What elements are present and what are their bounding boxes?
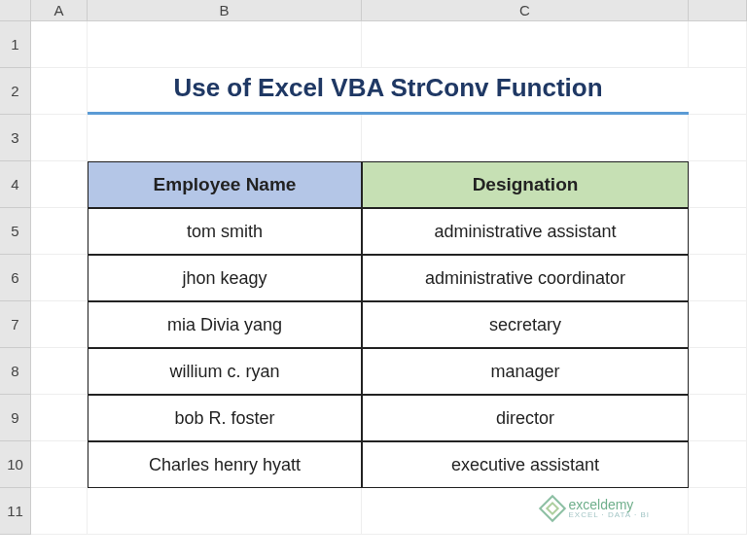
table-cell[interactable]: administrative coordinator xyxy=(362,255,689,301)
spreadsheet-grid: A B C 1 2 3 4 5 6 7 8 9 10 11 Use of Exc… xyxy=(0,0,747,535)
cell[interactable] xyxy=(689,161,747,208)
cell[interactable] xyxy=(31,115,88,161)
cell[interactable] xyxy=(362,21,689,68)
table-cell[interactable]: administrative assistant xyxy=(362,208,689,255)
cell[interactable] xyxy=(31,301,88,348)
row-header-2[interactable]: 2 xyxy=(0,68,31,115)
row-header-5[interactable]: 5 xyxy=(0,208,31,255)
col-header-c[interactable]: C xyxy=(362,0,689,21)
watermark-tagline: EXCEL · DATA · BI xyxy=(568,511,650,519)
table-cell[interactable]: tom smith xyxy=(88,208,362,255)
cell[interactable] xyxy=(689,21,747,68)
table-header-employee-name[interactable]: Employee Name xyxy=(88,161,362,208)
cell[interactable] xyxy=(31,161,88,208)
table-cell[interactable]: willium c. ryan xyxy=(88,348,362,395)
table-cell[interactable]: director xyxy=(362,395,689,441)
row-header-1[interactable]: 1 xyxy=(0,21,31,68)
select-all-corner[interactable] xyxy=(0,0,31,21)
table-cell[interactable]: executive assistant xyxy=(362,441,689,488)
row-header-9[interactable]: 9 xyxy=(0,395,31,441)
cell[interactable] xyxy=(31,208,88,255)
watermark-name: exceldemy xyxy=(568,498,650,511)
cell[interactable] xyxy=(689,301,747,348)
row-header-10[interactable]: 10 xyxy=(0,441,31,488)
cell[interactable] xyxy=(689,441,747,488)
cell[interactable] xyxy=(31,68,88,115)
cell[interactable] xyxy=(689,115,747,161)
cell[interactable] xyxy=(88,21,362,68)
cell[interactable] xyxy=(88,488,362,535)
watermark: exceldemy EXCEL · DATA · BI xyxy=(543,498,650,519)
col-header-b[interactable]: B xyxy=(88,0,362,21)
row-header-3[interactable]: 3 xyxy=(0,115,31,161)
cell[interactable] xyxy=(689,488,747,535)
row-header-6[interactable]: 6 xyxy=(0,255,31,301)
row-header-4[interactable]: 4 xyxy=(0,161,31,208)
cell[interactable] xyxy=(88,115,362,161)
table-cell[interactable]: Charles henry hyatt xyxy=(88,441,362,488)
cell[interactable] xyxy=(31,348,88,395)
cell[interactable] xyxy=(689,395,747,441)
cell[interactable] xyxy=(689,68,747,115)
table-cell[interactable]: mia Divia yang xyxy=(88,301,362,348)
row-header-7[interactable]: 7 xyxy=(0,301,31,348)
cell[interactable] xyxy=(31,395,88,441)
cell[interactable] xyxy=(689,255,747,301)
cell[interactable] xyxy=(31,255,88,301)
cell[interactable] xyxy=(362,115,689,161)
table-cell[interactable]: secretary xyxy=(362,301,689,348)
col-header-a[interactable]: A xyxy=(31,0,88,21)
cell[interactable] xyxy=(689,208,747,255)
col-header-blank xyxy=(689,0,747,21)
table-cell[interactable]: bob R. foster xyxy=(88,395,362,441)
table-header-designation[interactable]: Designation xyxy=(362,161,689,208)
row-header-8[interactable]: 8 xyxy=(0,348,31,395)
cell[interactable] xyxy=(689,348,747,395)
table-cell[interactable]: manager xyxy=(362,348,689,395)
row-header-11[interactable]: 11 xyxy=(0,488,31,535)
cell[interactable] xyxy=(31,441,88,488)
cell[interactable] xyxy=(31,488,88,535)
table-cell[interactable]: jhon keagy xyxy=(88,255,362,301)
logo-icon xyxy=(539,495,566,522)
page-title[interactable]: Use of Excel VBA StrConv Function xyxy=(88,68,689,115)
cell[interactable] xyxy=(31,21,88,68)
